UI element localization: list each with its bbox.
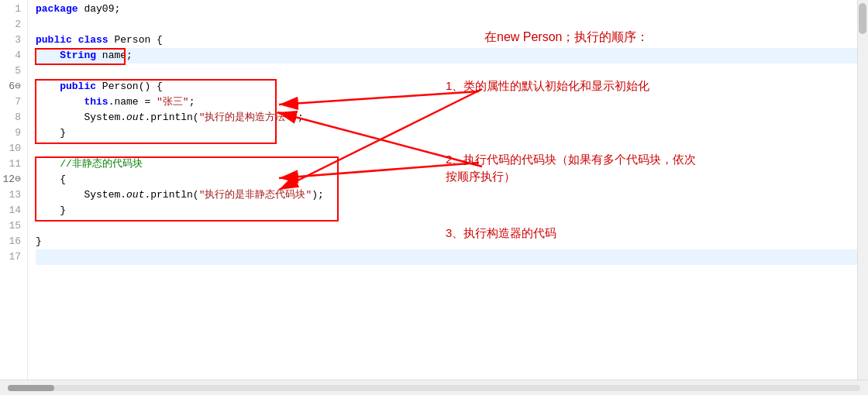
horizontal-scrollbar[interactable] — [0, 380, 868, 395]
code-line-9: } — [36, 125, 868, 141]
code-line-6: public Person() { — [36, 79, 868, 94]
scrollbar-track — [8, 385, 860, 391]
scrollbar-thumb-h[interactable] — [8, 385, 54, 391]
code-line-14: } — [36, 203, 868, 218]
code-area[interactable]: package day09; public class Person { Str… — [28, 0, 868, 380]
code-line-5 — [36, 64, 868, 79]
line-num-17: 17 — [0, 249, 21, 265]
code-line-7: this.name = "张三"; — [36, 94, 868, 110]
code-line-11: //非静态的代码块 — [36, 156, 868, 172]
vertical-scrollbar[interactable] — [857, 0, 868, 380]
editor-container: 1 2 3 4 5 6⊖ 7 8 9 10 11 12⊖ 13 14 15 16… — [0, 0, 868, 380]
line-num-7: 7 — [0, 94, 21, 110]
code-line-1: package day09; — [36, 2, 868, 17]
line-num-13: 13 — [0, 187, 21, 203]
code-line-10 — [36, 141, 868, 156]
line-numbers: 1 2 3 4 5 6⊖ 7 8 9 10 11 12⊖ 13 14 15 16… — [0, 0, 28, 380]
line-num-2: 2 — [0, 17, 21, 33]
line-num-14: 14 — [0, 203, 21, 218]
line-num-9: 9 — [0, 125, 21, 141]
line-num-10: 10 — [0, 141, 21, 156]
line-num-4: 4 — [0, 48, 21, 64]
code-line-13: System.out.println("执行的是非静态代码块"); — [36, 187, 868, 203]
line-num-16: 16 — [0, 234, 21, 249]
line-num-5: 5 — [0, 64, 21, 79]
code-line-12: { — [36, 172, 868, 187]
line-num-8: 8 — [0, 110, 21, 125]
code-line-8: System.out.println("执行的是构造方法"); — [36, 110, 868, 125]
code-line-2 — [36, 17, 868, 33]
line-num-6: 6⊖ — [0, 79, 21, 94]
code-line-4: String name; — [36, 48, 868, 64]
code-line-16: } — [36, 234, 868, 249]
line-num-1: 1 — [0, 2, 21, 17]
line-num-3: 3 — [0, 33, 21, 48]
line-num-15: 15 — [0, 218, 21, 234]
line-num-11: 11 — [0, 156, 21, 172]
code-line-3: public class Person { — [36, 33, 868, 48]
line-num-12: 12⊖ — [0, 172, 21, 187]
code-line-15 — [36, 218, 868, 234]
scrollbar-thumb[interactable] — [859, 3, 866, 34]
code-line-17 — [36, 249, 868, 265]
